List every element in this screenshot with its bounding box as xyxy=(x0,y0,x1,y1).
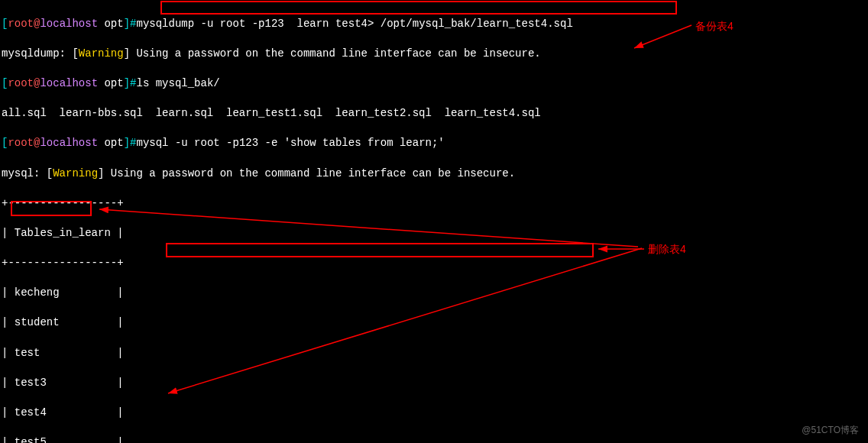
table-row: | test3 | xyxy=(2,376,866,391)
table-row: | student | xyxy=(2,315,866,331)
annotation-backup: 备份表4 xyxy=(695,19,734,34)
prompt-host: localhost xyxy=(40,18,98,30)
table-row: | test5 | xyxy=(2,435,866,443)
prompt-bracket-close: ] xyxy=(124,18,130,30)
table-row: | test | xyxy=(2,346,866,361)
table-row: | kecheng | xyxy=(2,286,866,301)
warning-prefix: mysqldump: [ xyxy=(2,47,79,60)
warning-label: Warning xyxy=(79,47,124,60)
command-ls[interactable]: ls mysql_bak/ xyxy=(136,77,219,89)
table-separator: +-----------------+ xyxy=(2,256,866,271)
prompt-user: root xyxy=(8,18,34,30)
ls-output: all.sql learn-bbs.sql learn.sql learn_te… xyxy=(2,106,866,121)
annotation-delete: 删除表4 xyxy=(648,242,686,257)
table-separator: +-----------------+ xyxy=(2,196,866,212)
prompt-path: opt xyxy=(104,18,123,30)
table-header: | Tables_in_learn | xyxy=(2,226,866,241)
terminal-output: [root@localhost opt]#mysqldump -u root -… xyxy=(2,2,866,443)
watermark: @51CTO博客 xyxy=(802,424,859,437)
table-row-test4: | test4 | xyxy=(2,406,866,421)
command-mysqldump[interactable]: mysqldump -u root -p123 learn test4> /op… xyxy=(136,18,572,30)
command-show-tables-1[interactable]: mysql -u root -p123 -e 'show tables from… xyxy=(136,137,444,149)
warning-text: ] Using a password on the command line i… xyxy=(124,47,541,60)
